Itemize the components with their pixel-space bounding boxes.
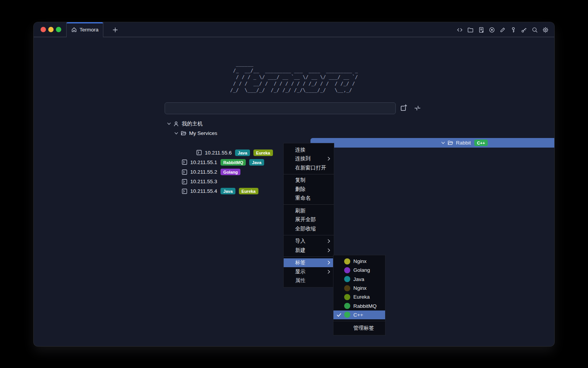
menu-item-import[interactable]: 导入 (284, 237, 334, 246)
chevron-right-icon (327, 248, 330, 253)
tree-label: 10.211.55.3 (190, 179, 217, 184)
tag-badge: Java (220, 188, 235, 194)
menu-separator (333, 321, 385, 321)
menu-item-label: 连接 (295, 146, 305, 153)
folder-open-icon (446, 140, 454, 146)
chevron-right-icon (327, 156, 330, 161)
tag-option-label: Nginx (353, 258, 367, 264)
tag-badge: Eureka (253, 150, 273, 156)
menu-item-label: 导入 (295, 238, 305, 245)
menu-item-new[interactable]: 新建 (284, 246, 334, 255)
menu-separator (284, 256, 334, 257)
minimize-window-button[interactable] (48, 27, 54, 32)
manage-tags-item[interactable]: 管理标签 (333, 323, 385, 334)
terminal-host-icon (181, 188, 188, 194)
tree-label: My Services (189, 130, 217, 136)
tag-color-dot (344, 258, 350, 264)
menu-item-label: 在新窗口打开 (295, 164, 326, 171)
tag-option-label: Java (353, 276, 364, 282)
menu-item-refresh[interactable]: 刷新 (284, 206, 334, 215)
tree-label: 10.211.55.4 (190, 188, 217, 194)
tag-option-nginx[interactable]: Nginx (333, 257, 385, 266)
menu-item-tags[interactable]: 标签 (284, 258, 334, 268)
menu-item-expand-all[interactable]: 展开全部 (284, 215, 334, 225)
menu-item-label: 全部收缩 (295, 225, 316, 232)
tab-termora[interactable]: Termora (66, 22, 103, 37)
folder-icon[interactable] (467, 26, 474, 33)
menu-item-label: 复制 (295, 177, 305, 184)
tab-label: Termora (80, 27, 99, 33)
key-icon[interactable] (510, 26, 517, 33)
collapse-all-icon[interactable] (413, 104, 422, 113)
new-tab-button[interactable] (109, 22, 122, 37)
tag-option-label: Eureka (353, 294, 370, 300)
tree-label: 10.211.55.2 (190, 169, 217, 175)
tree-label: 10.211.55.6 (205, 150, 232, 156)
menu-item-open-in-new-window[interactable]: 在新窗口打开 (284, 163, 334, 172)
tag-color-dot (344, 285, 350, 291)
quick-connect-input[interactable] (165, 102, 396, 114)
tag-color-dot (344, 303, 350, 309)
chevron-right-icon (327, 239, 330, 243)
menu-item-copy[interactable]: 复制 (284, 176, 334, 185)
menu-separator (284, 235, 334, 235)
menu-separator (284, 174, 334, 174)
tag-badge: Eureka (239, 188, 258, 194)
tag-badge: Golang (220, 169, 240, 175)
chevron-down-icon[interactable] (173, 131, 180, 136)
menu-item-show[interactable]: 显示 (284, 267, 334, 276)
menu-item-label: 刷新 (295, 207, 305, 214)
tag-option-label: Golang (353, 267, 370, 273)
tag-option-label: RabbitMQ (353, 303, 377, 309)
menu-item-collapse-all[interactable]: 全部收缩 (284, 224, 334, 233)
tag-option-cpp-checked[interactable]: C++ (333, 310, 385, 319)
terminal-host-icon (181, 179, 188, 185)
zoom-window-button[interactable] (56, 27, 61, 32)
menu-item-label: 删除 (295, 186, 305, 193)
terminal-host-icon (181, 159, 188, 165)
user-icon (172, 121, 180, 127)
menu-item-label: 属性 (295, 277, 305, 284)
tag-option-golang[interactable]: Golang (333, 266, 385, 274)
menu-item-label: 连接到 (295, 155, 311, 162)
menu-item-rename[interactable]: 重命名 (284, 194, 334, 203)
desktop: Termora (0, 0, 588, 368)
tag-option-eureka[interactable]: Eureka (333, 292, 385, 301)
search-icon[interactable] (531, 26, 538, 33)
menu-item-properties[interactable]: 属性 (284, 276, 334, 286)
manage-tags-label: 管理标签 (353, 325, 374, 332)
menu-item-label: 展开全部 (295, 216, 316, 223)
tag-color-dot (344, 267, 350, 273)
check-icon (336, 312, 342, 317)
menu-item-label: 重命名 (295, 195, 311, 202)
tag-option-java[interactable]: Java (333, 275, 385, 284)
settings-gear-icon[interactable] (542, 26, 549, 33)
events-icon[interactable] (478, 26, 485, 33)
tree-row-my-hosts[interactable]: 我的主机 (34, 119, 554, 128)
add-host-icon[interactable] (399, 104, 408, 113)
chevron-down-icon[interactable] (440, 140, 446, 145)
keychain-icon[interactable] (521, 26, 528, 33)
folder-open-icon (180, 130, 187, 136)
chevron-right-icon (327, 260, 330, 265)
edit-icon[interactable] (499, 26, 506, 33)
tag-color-dot (344, 294, 350, 300)
chevron-down-icon[interactable] (166, 121, 172, 126)
tree-row-my-services[interactable]: My Services (34, 128, 554, 138)
tag-color-dot (344, 276, 350, 282)
tree-label: 我的主机 (182, 120, 203, 127)
titlebar-toolbar (456, 22, 549, 37)
tag-option-rabbitmq[interactable]: RabbitMQ (333, 301, 385, 310)
record-icon[interactable] (488, 26, 495, 33)
tag-option-nginx-2[interactable]: Nginx (333, 284, 385, 292)
menu-item-connect[interactable]: 连接 (284, 145, 334, 154)
menu-item-connect-to[interactable]: 连接到 (284, 154, 334, 164)
code-icon[interactable] (456, 26, 463, 33)
context-menu: 连接 连接到 在新窗口打开 复制 删除 重命名 刷新 (283, 143, 334, 288)
traffic-lights (41, 27, 61, 32)
menu-item-label: 标签 (295, 259, 305, 266)
menu-item-delete[interactable]: 删除 (284, 185, 334, 194)
chevron-right-icon (327, 269, 330, 274)
titlebar: Termora (34, 22, 554, 37)
close-window-button[interactable] (41, 27, 46, 32)
